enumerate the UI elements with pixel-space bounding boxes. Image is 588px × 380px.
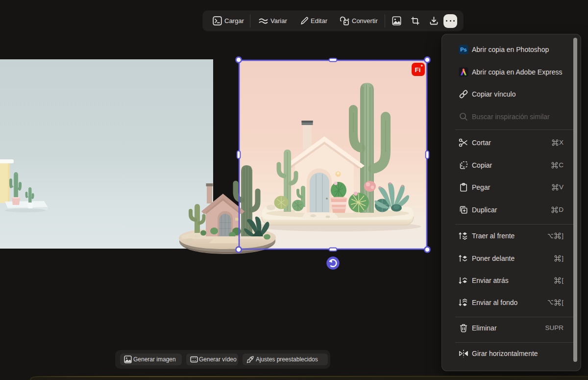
- svg-text:Fi: Fi: [415, 66, 421, 74]
- svg-text:Ps: Ps: [460, 47, 466, 52]
